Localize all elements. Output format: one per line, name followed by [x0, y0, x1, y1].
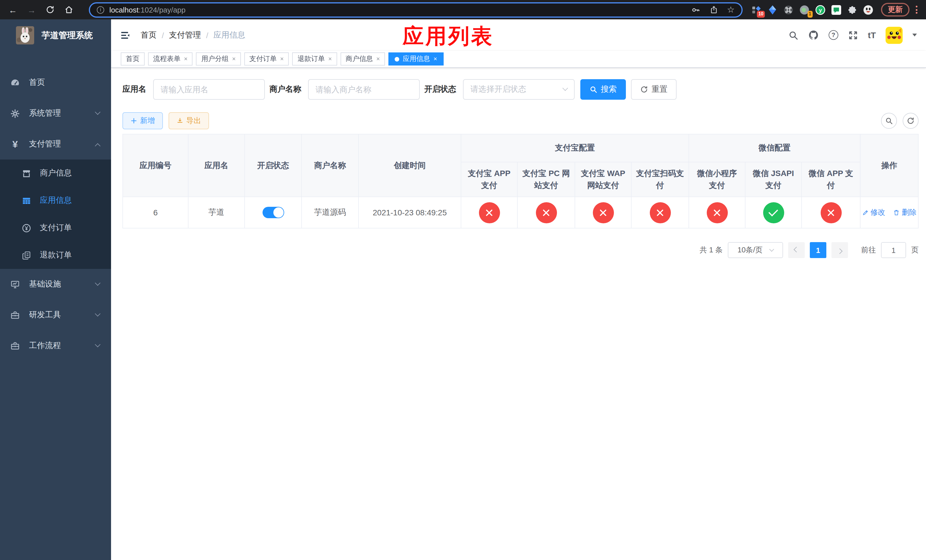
extensions-puzzle-icon[interactable]	[847, 5, 857, 15]
back-icon[interactable]: ←	[8, 5, 18, 15]
url-path: :1024/pay/app	[139, 5, 186, 14]
tab-home[interactable]: 首页	[121, 52, 145, 65]
close-icon[interactable]: ×	[377, 56, 380, 62]
command-extension-icon[interactable]	[784, 5, 793, 15]
col-app-name: 应用名	[188, 134, 245, 197]
collapse-sidebar-icon[interactable]	[120, 30, 130, 40]
sidebar-item-infrastructure[interactable]: 基础设施	[0, 269, 111, 300]
breadcrumb-current: 应用信息	[213, 30, 245, 40]
address-bar[interactable]: i localhost:1024/pay/app ☆	[89, 2, 743, 17]
sidebar-item-system[interactable]: 系统管理	[0, 98, 111, 129]
sidebar-item-label: 首页	[29, 77, 45, 88]
close-icon[interactable]: ×	[433, 56, 437, 62]
annotation: 应用列表	[402, 22, 494, 51]
tags-view-bar: 首页 流程表单× 用户分组× 支付订单× 退款订单× 商户信息× 应用信息×	[111, 51, 926, 68]
breadcrumb-home[interactable]: 首页	[141, 30, 157, 40]
help-icon[interactable]: ?	[829, 30, 838, 40]
close-icon[interactable]: ×	[232, 56, 236, 62]
info-icon[interactable]: i	[97, 6, 104, 14]
screen: ← → i localhost:1024/pay/app ☆	[0, 0, 926, 560]
github-icon[interactable]	[808, 30, 819, 41]
tasks-badge: 10	[757, 11, 765, 17]
sidebar-item-dev-tools[interactable]: 研发工具	[0, 300, 111, 330]
filter-form: 应用名 商户名称 开启状态 请选择开启状态 搜索 重置	[123, 79, 918, 100]
fullscreen-icon[interactable]	[848, 30, 858, 40]
goto-label: 前往	[861, 245, 876, 255]
sidebar-item-home[interactable]: 首页	[0, 67, 111, 98]
next-page-button[interactable]	[831, 242, 848, 258]
cell-app-name: 芋道	[188, 197, 245, 228]
page-size-select[interactable]: 10条/页	[728, 242, 783, 258]
chrome-update-button[interactable]: 更新	[881, 3, 909, 17]
refresh-button[interactable]	[903, 113, 918, 129]
yen-circle-icon	[22, 223, 31, 233]
sidebar-item-refund-orders[interactable]: 退款订单	[0, 242, 111, 269]
group-wechat-config: 微信配置	[689, 134, 860, 162]
chevron-down-icon[interactable]	[912, 33, 917, 36]
user-avatar[interactable]	[885, 26, 903, 44]
sidebar-item-merchant-info[interactable]: 商户信息	[0, 159, 111, 187]
edit-link[interactable]: 修改	[862, 207, 885, 218]
chrome-menu-icon[interactable]	[915, 5, 918, 15]
kite-extension-icon[interactable]	[768, 5, 777, 15]
tab-app-info[interactable]: 应用信息×	[388, 52, 443, 65]
sidebar-item-pay-orders[interactable]: 支付订单	[0, 214, 111, 242]
sidebar-item-payment[interactable]: ¥ 支付管理	[0, 129, 111, 159]
tab-user-group[interactable]: 用户分组×	[196, 52, 241, 65]
merchant-name-input[interactable]	[308, 79, 420, 100]
sidebar-item-workflow[interactable]: 工作流程	[0, 330, 111, 361]
close-icon[interactable]: ×	[184, 56, 188, 62]
col-status: 开启状态	[245, 134, 301, 197]
sidebar-item-label: 工作流程	[29, 341, 61, 351]
search-button[interactable]: 搜索	[580, 79, 626, 100]
tasks-extension-icon[interactable]: 10	[752, 5, 761, 15]
reload-icon[interactable]	[45, 5, 55, 14]
add-button[interactable]: 新增	[123, 112, 163, 129]
share-icon[interactable]	[709, 5, 718, 14]
chevron-up-icon	[95, 143, 100, 149]
forward-icon[interactable]: →	[27, 5, 36, 15]
tab-process-form[interactable]: 流程表单×	[148, 52, 193, 65]
pay-status-icon	[763, 202, 784, 223]
pay-status-icon	[479, 202, 500, 223]
close-icon[interactable]: ×	[280, 56, 284, 62]
status-toggle[interactable]	[262, 207, 284, 218]
cell-created: 2021-10-23 08:49:25	[359, 197, 461, 228]
svg-text:y: y	[819, 7, 822, 13]
search-icon[interactable]	[788, 30, 799, 40]
bookmark-star-icon[interactable]: ☆	[727, 5, 735, 15]
recorder-extension-icon[interactable]: 1	[800, 5, 809, 15]
password-key-icon[interactable]	[690, 5, 700, 15]
group-alipay-config: 支付宝配置	[461, 134, 689, 162]
show-search-toggle-button[interactable]	[881, 113, 897, 129]
app-name-input[interactable]	[153, 79, 265, 100]
tab-merchant-info[interactable]: 商户信息×	[340, 52, 385, 65]
yen-icon: ¥	[10, 139, 20, 149]
current-page-button[interactable]: 1	[810, 242, 826, 258]
goto-page-input[interactable]	[881, 242, 906, 258]
breadcrumb-payment[interactable]: 支付管理	[169, 30, 201, 40]
export-button[interactable]: 导出	[169, 112, 209, 129]
extensions-row: 10 1 y	[752, 5, 873, 15]
tab-refund-orders[interactable]: 退款订单×	[292, 52, 337, 65]
chat-extension-icon[interactable]	[831, 5, 841, 15]
page-unit-label: 页	[911, 245, 918, 255]
tab-pay-orders[interactable]: 支付订单×	[244, 52, 289, 65]
reset-button[interactable]: 重置	[631, 79, 676, 100]
cell-app-id: 6	[123, 197, 188, 228]
emoji-extension-icon[interactable]	[863, 5, 873, 15]
logo-rabbit-avatar	[16, 26, 34, 44]
chevron-down-icon	[95, 310, 100, 316]
col-wechat-jsapi: 微信 JSAPI 支付	[745, 162, 802, 197]
close-icon[interactable]: ×	[328, 56, 332, 62]
sidebar-item-app-info[interactable]: 应用信息	[0, 187, 111, 214]
status-select[interactable]: 请选择开启状态	[463, 79, 575, 100]
home-icon[interactable]	[64, 5, 74, 14]
chevron-left-icon	[794, 247, 799, 252]
col-actions: 操作	[860, 134, 918, 197]
delete-link[interactable]: 删除	[893, 207, 917, 218]
prev-page-button[interactable]	[788, 242, 805, 258]
y-extension-icon[interactable]: y	[816, 5, 825, 15]
font-size-icon[interactable]: tT	[868, 30, 876, 40]
col-created: 创建时间	[359, 134, 461, 197]
